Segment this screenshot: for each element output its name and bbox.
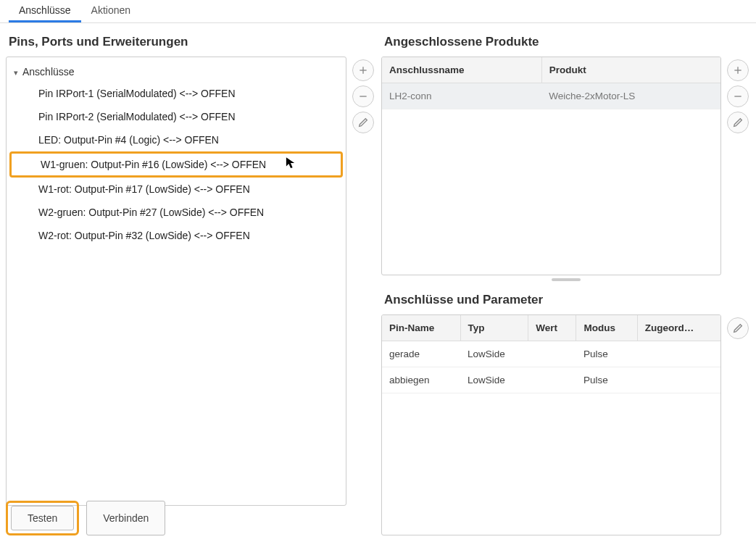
left-title: Pins, Ports und Erweiterungen [6,29,375,57]
col-produkt[interactable]: Produkt [541,57,720,83]
edit-button[interactable] [352,112,374,133]
tabbar: Anschlüsse Aktionen [0,0,756,23]
tab-connections[interactable]: Anschlüsse [9,0,81,22]
remove-button[interactable] [727,86,749,107]
products-table: Anschlussname Produkt LH2-conn Weiche-2x… [382,57,720,109]
cell-type: LowSide [460,341,528,367]
params-table: Pin-Name Typ Wert Modus Zugeord… gerade … [382,315,720,393]
cell-pin: abbiegen [382,367,460,393]
tab-actions[interactable]: Aktionen [81,0,141,22]
test-button-highlight: Testen [6,501,79,535]
divider-handle-icon[interactable] [552,278,581,281]
col-typ[interactable]: Typ [460,315,528,341]
col-pinname[interactable]: Pin-Name [382,315,460,341]
edit-button[interactable] [727,112,749,133]
tree-item[interactable]: Pin IRPort-2 (SerialModulated) <--> OFFE… [7,105,346,128]
right-bottom-side-icons [721,314,750,535]
left-side-icons [346,57,375,493]
cell-pin: gerade [382,341,460,367]
pins-tree: Anschlüsse Pin IRPort-1 (SerialModulated… [7,57,346,251]
connect-button[interactable]: Verbinden [86,501,165,535]
right-top-title: Angeschlossene Produkte [381,29,750,57]
remove-button[interactable] [352,86,374,107]
cell-mode: Pulse [576,341,637,367]
tree-item-selected[interactable]: W1-gruen: Output-Pin #16 (LowSide) <--> … [9,151,343,178]
col-modus[interactable]: Modus [576,315,637,341]
add-button[interactable] [352,59,374,81]
tree-item[interactable]: LED: Output-Pin #4 (Logic) <--> OFFEN [7,128,346,151]
cell-assigned [637,341,720,367]
table-row[interactable]: abbiegen LowSide Pulse [382,367,720,393]
cell-type: LowSide [460,367,528,393]
products-panel: Anschlussname Produkt LH2-conn Weiche-2x… [381,57,721,275]
cell-value [528,367,576,393]
col-anschlussname[interactable]: Anschlussname [382,57,541,83]
col-zugeord[interactable]: Zugeord… [637,315,720,341]
left-footer: Testen Verbinden [6,493,375,535]
pins-tree-panel: Anschlüsse Pin IRPort-1 (SerialModulated… [6,57,346,506]
tree-item[interactable]: W2-gruen: Output-Pin #27 (LowSide) <--> … [7,201,346,224]
tree-item[interactable]: W2-rot: Output-Pin #32 (LowSide) <--> OF… [7,224,346,247]
cell-assigned [637,367,720,393]
cell-product: Weiche-2xMotor-LS [541,83,720,109]
col-wert[interactable]: Wert [528,315,576,341]
add-button[interactable] [727,59,749,81]
params-panel: Pin-Name Typ Wert Modus Zugeord… gerade … [381,314,721,535]
table-row[interactable]: gerade LowSide Pulse [382,341,720,367]
right-top-side-icons [721,57,750,275]
right-bottom-title: Anschlüsse und Parameter [381,287,750,314]
tree-item[interactable]: Pin IRPort-1 (SerialModulated) <--> OFFE… [7,82,346,105]
tree-item[interactable]: W1-rot: Output-Pin #17 (LowSide) <--> OF… [7,178,346,201]
mouse-cursor-icon [286,157,296,172]
tree-root-anschluesse[interactable]: Anschlüsse [7,62,346,82]
cell-value [528,341,576,367]
cell-mode: Pulse [576,367,637,393]
edit-button[interactable] [727,317,749,339]
table-row[interactable]: LH2-conn Weiche-2xMotor-LS [382,83,720,109]
test-button[interactable]: Testen [11,506,74,530]
cell-name: LH2-conn [382,83,541,109]
